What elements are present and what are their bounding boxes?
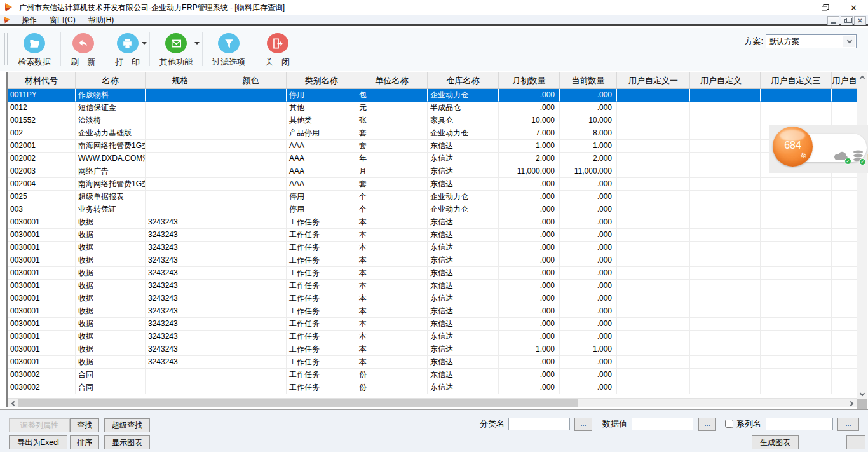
grid-cell (617, 191, 690, 203)
grid-cell (617, 89, 690, 102)
table-row[interactable]: 003业务转凭证停用个企业动力仓.000.000 (8, 203, 857, 216)
column-header-11[interactable]: 用户自定义三 (761, 72, 832, 88)
column-header-9[interactable]: 用户自定义一 (617, 72, 690, 88)
toolbar-button-undo-arrow[interactable]: 刷 新 (63, 28, 103, 71)
table-row[interactable]: 0030001收据3243243工作任务本东信达.000.000 (8, 356, 857, 369)
footer-button-超级查找[interactable]: 超级查找 (104, 418, 150, 432)
menu-item-1[interactable]: 窗口(C) (43, 15, 82, 25)
data-value-input[interactable] (632, 418, 693, 430)
toolbar-grip[interactable] (4, 33, 8, 65)
scroll-left-button[interactable] (8, 399, 18, 407)
grid-cell (761, 89, 832, 102)
grid-cell: .000 (499, 242, 560, 254)
column-header-0[interactable]: 材料代号 (8, 72, 76, 88)
table-row[interactable]: 0030002合同工作任务份东信达.000.000 (8, 381, 857, 394)
toolbar-button-label: 打 印 (115, 57, 140, 68)
series-name-checkbox[interactable] (725, 420, 733, 428)
category-name-input[interactable] (508, 418, 570, 430)
grid-cell: 本 (356, 331, 428, 343)
column-header-7[interactable]: 月初数量 (499, 72, 560, 88)
column-header-8[interactable]: 当前数量 (560, 72, 617, 88)
table-row[interactable]: 0030001收据3243243工作任务本东信达.000.000 (8, 242, 857, 254)
grid-cell (215, 356, 287, 369)
column-header-2[interactable]: 规格 (146, 72, 215, 88)
grid-cell: 网络广告 (76, 165, 146, 178)
grid-cell (215, 229, 287, 242)
grid-cell (832, 280, 857, 292)
table-row[interactable]: 002002WWW.DXDA.COM注册年AAA年东信达2.0002.000 (8, 153, 857, 165)
grid-cell: 002004 (8, 178, 76, 191)
table-row[interactable]: 0030001收据3243243工作任务本东信达.000.000 (8, 318, 857, 331)
table-row[interactable]: 0012短信保证金其他元半成品仓.000.000 (8, 102, 857, 114)
scheme-select[interactable]: 默认方案 (766, 34, 857, 48)
table-row[interactable]: 0030002合同工作任务份东信达.000.000 (8, 369, 857, 381)
scroll-down-button[interactable] (857, 389, 867, 399)
category-browse-button[interactable]: ... (574, 418, 592, 431)
grid-cell (215, 292, 287, 305)
grid-cell: 其他 (287, 102, 356, 114)
table-row[interactable]: 0030001收据3243243工作任务本东信达.000.000 (8, 331, 857, 343)
column-header-5[interactable]: 单位名称 (356, 72, 428, 88)
data-value-browse-button[interactable]: ... (698, 418, 716, 431)
column-header-3[interactable]: 颜色 (215, 72, 287, 88)
series-name-input[interactable] (766, 418, 833, 430)
mdi-restore-button[interactable] (841, 16, 853, 25)
mdi-minimize-button[interactable] (827, 16, 839, 25)
table-row[interactable]: 0030001收据3243243工作任务本东信达1.0001.000 (8, 343, 857, 356)
footer-button-调整列属性[interactable]: 调整列属性 (9, 418, 70, 432)
table-row[interactable]: 0030001收据3243243工作任务本东信达.000.000 (8, 216, 857, 229)
table-row[interactable]: 0030001收据3243243工作任务本东信达.000.000 (8, 229, 857, 242)
grid-cell: 工作任务 (287, 280, 356, 292)
footer-button-查找[interactable]: 查找 (70, 418, 99, 432)
horizontal-scrollbar[interactable] (8, 398, 857, 407)
generate-chart-button[interactable]: 生成图表 (752, 435, 799, 449)
close-button[interactable]: ✕ (839, 0, 868, 15)
vertical-scrollbar[interactable] (857, 72, 867, 399)
table-row[interactable]: 0030001收据3243243工作任务本东信达.000.000 (8, 292, 857, 305)
minimize-button[interactable] (782, 0, 811, 15)
toolbar-button-folder-open[interactable]: 检索数据 (10, 28, 58, 71)
table-row[interactable]: 001552洽淡椅其他类张家具仓10.00010.000 (8, 114, 857, 127)
toolbar-button-exit[interactable]: 关 闭 (257, 28, 297, 71)
grid-cell (690, 318, 761, 331)
table-row[interactable]: 0030001收据3243243工作任务本东信达.000.000 (8, 305, 857, 318)
table-row[interactable]: 0030001收据3243243工作任务本东信达.000.000 (8, 267, 857, 280)
scheme-dropdown-button[interactable] (843, 36, 855, 47)
grid-cell: 本 (356, 305, 428, 318)
column-header-4[interactable]: 类别名称 (287, 72, 356, 88)
grid-cell (146, 369, 215, 381)
footer-button-排序[interactable]: 排序 (70, 435, 99, 449)
series-browse-button[interactable]: ... (837, 418, 859, 431)
table-row[interactable]: 0025超级单据报表停用个企业动力仓.000.000 (8, 191, 857, 203)
grid-cell (690, 280, 761, 292)
column-header-10[interactable]: 用户自定义二 (690, 72, 761, 88)
scroll-right-button[interactable] (846, 399, 857, 407)
record-count-badge[interactable]: 684 条 (773, 127, 813, 167)
menu-item-2[interactable]: 帮助(H) (82, 15, 121, 25)
table-row[interactable]: 002001南海网络托管费1G空AAA套东信达1.0001.000 (8, 140, 857, 153)
menu-item-0[interactable]: 操作 (15, 15, 43, 25)
hidden-browse-button[interactable] (846, 435, 865, 449)
toolbar-button-filter[interactable]: 过滤选项 (205, 28, 253, 71)
scrollbar-corner (857, 399, 867, 409)
horizontal-scroll-thumb[interactable] (18, 399, 578, 407)
footer-button-显示图表[interactable]: 显示图表 (104, 435, 150, 449)
footer-panel: 调整列属性查找超级查找 导出为Execl排序显示图表 分类名 ... 数据值 .… (0, 409, 868, 452)
column-header-12[interactable]: 用户自 (832, 72, 857, 88)
toolbar-button-envelope[interactable]: 其他功能 (152, 28, 200, 71)
grid-cell: 0030001 (8, 343, 76, 356)
column-header-6[interactable]: 仓库名称 (428, 72, 499, 88)
grid-cell: 3243243 (146, 318, 215, 331)
table-row[interactable]: 0030001收据3243243工作任务本东信达.000.000 (8, 280, 857, 292)
column-header-1[interactable]: 名称 (76, 72, 146, 88)
table-row[interactable]: 0011PY作废物料停用包企业动力仓.000.000 (8, 89, 857, 102)
footer-button-导出为Execl[interactable]: 导出为Execl (9, 435, 67, 449)
table-row[interactable]: 002003网络广告AAA月东信达11,000.00011,000.000 (8, 165, 857, 178)
scroll-up-button[interactable] (857, 72, 867, 82)
restore-button[interactable] (811, 0, 839, 15)
mdi-close-button[interactable]: ✕ (854, 16, 866, 25)
toolbar-button-printer[interactable]: 打 印 (107, 28, 147, 71)
table-row[interactable]: 0030001收据3243243工作任务本东信达.000.000 (8, 254, 857, 267)
table-row[interactable]: 002企业动力基础版产品停用套企业动力仓7.0008.000 (8, 127, 857, 140)
table-row[interactable]: 002004南海网络托管费1G空AAA套东信达.000.000 (8, 178, 857, 191)
